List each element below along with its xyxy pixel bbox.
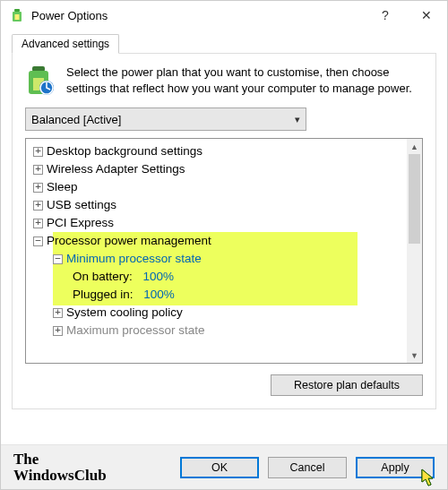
- scroll-up-arrow-icon[interactable]: ▲: [407, 139, 422, 154]
- svg-rect-2: [15, 14, 20, 20]
- tree-item-pci-express[interactable]: + PCI Express: [28, 214, 405, 232]
- expand-icon[interactable]: +: [33, 165, 43, 175]
- tab-strip: Advanced settings: [12, 33, 436, 54]
- on-battery-value: 100%: [143, 268, 175, 286]
- dialog-content: Advanced settings Select the power plan …: [1, 30, 447, 417]
- help-button[interactable]: ?: [365, 1, 406, 30]
- scroll-thumb[interactable]: [409, 154, 420, 244]
- tree-item-on-battery[interactable]: On battery: 100%: [28, 268, 405, 286]
- intro-text: Select the power plan that you want to c…: [66, 64, 423, 96]
- svg-rect-0: [14, 9, 20, 12]
- scroll-down-arrow-icon[interactable]: ▼: [407, 348, 422, 363]
- cancel-button[interactable]: Cancel: [268, 457, 347, 478]
- tree-item-wireless-adapter[interactable]: + Wireless Adapter Settings: [28, 160, 405, 178]
- tree-item-sleep[interactable]: + Sleep: [28, 178, 405, 196]
- tree-item-desktop-background[interactable]: + Desktop background settings: [28, 142, 405, 160]
- tree-scrollbar[interactable]: ▲ ▼: [407, 139, 422, 363]
- window-title: Power Options: [31, 9, 365, 22]
- title-bar: Power Options ? ✕: [1, 1, 447, 30]
- tab-advanced-settings[interactable]: Advanced settings: [12, 34, 119, 54]
- expand-icon[interactable]: +: [33, 147, 43, 157]
- battery-icon: [25, 64, 57, 97]
- tree-item-minimum-processor-state[interactable]: − Minimum processor state: [28, 250, 405, 268]
- close-button[interactable]: ✕: [406, 1, 447, 30]
- tab-panel: Select the power plan that you want to c…: [12, 54, 436, 409]
- expand-icon[interactable]: +: [53, 326, 63, 336]
- expand-icon[interactable]: +: [33, 219, 43, 228]
- tree-item-system-cooling-policy[interactable]: + System cooling policy: [28, 304, 405, 322]
- apply-button[interactable]: Apply: [356, 457, 435, 478]
- ok-button[interactable]: OK: [180, 457, 259, 478]
- tree-item-maximum-processor-state[interactable]: + Maximum processor state: [28, 322, 405, 340]
- expand-icon[interactable]: +: [33, 183, 43, 193]
- settings-tree[interactable]: + Desktop background settings + Wireless…: [25, 138, 423, 364]
- watermark: The WindowsClub: [13, 451, 107, 484]
- chevron-down-icon: ▾: [295, 114, 300, 125]
- power-plan-select[interactable]: Balanced [Active] ▾: [25, 107, 306, 131]
- power-options-icon: [10, 8, 24, 22]
- collapse-icon[interactable]: −: [33, 236, 43, 246]
- tree-item-processor-power-management[interactable]: − Processor power management: [28, 232, 405, 250]
- power-plan-value: Balanced [Active]: [31, 113, 121, 126]
- intro-row: Select the power plan that you want to c…: [25, 64, 423, 97]
- plugged-in-value: 100%: [143, 286, 175, 304]
- scroll-track[interactable]: [407, 154, 422, 348]
- expand-icon[interactable]: +: [33, 201, 43, 211]
- tree-item-plugged-in[interactable]: Plugged in: 100%: [28, 286, 405, 304]
- tree-item-usb-settings[interactable]: + USB settings: [28, 196, 405, 214]
- expand-icon[interactable]: +: [53, 308, 63, 318]
- collapse-icon[interactable]: −: [53, 254, 63, 264]
- restore-plan-defaults-button[interactable]: Restore plan defaults: [271, 374, 423, 396]
